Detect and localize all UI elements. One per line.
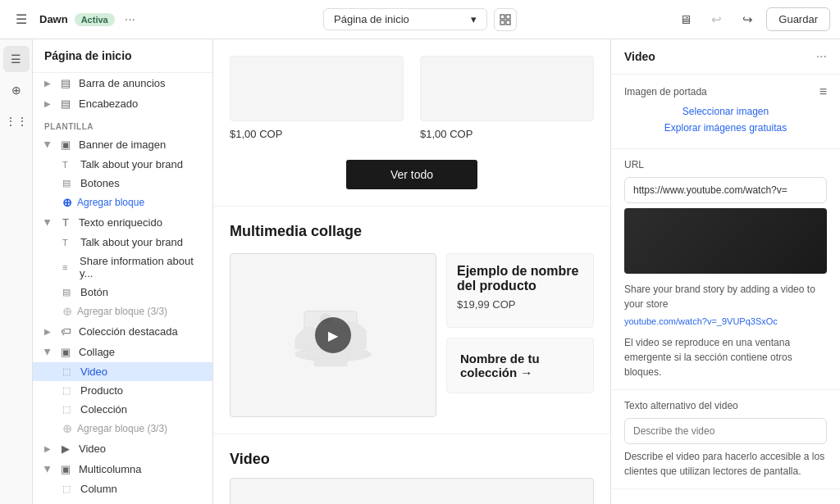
sidebar-subitem-share-info[interactable]: ≡ Share information about y... (33, 252, 212, 283)
canvas: $1,00 COP $1,00 COP Ver todo Multimedia … (213, 39, 610, 504)
video-placeholder (230, 478, 594, 504)
col1-icon: ⬚ (62, 484, 74, 494)
explore-images-btn[interactable]: Explorar imágenes gratuitas (624, 122, 827, 134)
brand-story-text: Share your brand story by adding a video… (624, 282, 827, 311)
svg-rect-3 (506, 20, 510, 25)
arrow-icon: ▶ (44, 327, 51, 336)
sidebar-item-collage[interactable]: ▶ ▣ Collage (33, 342, 212, 362)
rp-alt-text-section: Texto alternativo del video Describe el … (611, 390, 840, 489)
collage-label: Collage (79, 346, 115, 358)
sidebar-subitem-talk-brand-2[interactable]: T Talk about your brand (33, 233, 212, 252)
view-all-button[interactable]: Ver todo (346, 160, 477, 189)
share-info-label: Share information about y... (80, 255, 201, 279)
url-label-text: URL (624, 159, 644, 170)
collage-product-name: Ejemplo de nombre del producto (457, 264, 583, 293)
col-icon: ⬚ (62, 404, 74, 415)
page-selector-label: Página de inicio (334, 13, 409, 25)
video-section: Video (213, 434, 610, 504)
plus-icon: ⊕ (62, 305, 72, 318)
sidebar-subitem-col2[interactable]: ⬚ Column (33, 498, 212, 504)
arrow-icon: ▶ (43, 466, 52, 473)
media-nav-icon[interactable]: ⋮⋮ (3, 108, 30, 134)
product-card-2: $1,00 COP (420, 56, 594, 147)
sidebar-item-multicolumna[interactable]: ▶ ▣ Multicolumna (33, 459, 212, 479)
banner-icon: ▣ (59, 138, 72, 151)
sidebar-item-barra-anuncios[interactable]: ▶ ▤ Barra de anuncios (33, 73, 212, 93)
col1-label: Column (80, 483, 117, 495)
undo-icon[interactable]: ↩ (704, 7, 728, 32)
arrow-icon: ▶ (44, 444, 51, 453)
apps-nav-icon[interactable]: ⊕ (3, 77, 30, 103)
active-badge: Activa (75, 13, 115, 26)
plus-icon: ⊕ (62, 422, 72, 435)
left-sidebar: ☰ ⊕ ⋮⋮ Página de inicio ▶ ▤ Barra de anu… (0, 39, 213, 504)
sidebar-subitem-talk-brand-1[interactable]: T Talk about your brand (33, 155, 212, 174)
hamburger-icon[interactable]: ☰ (10, 8, 33, 31)
multimedia-collage-section: Multimedia collage ▶ (213, 207, 610, 434)
grid-view-icon[interactable] (494, 8, 517, 31)
sidebar-item-banner[interactable]: ▶ ▣ Banner de imagen (33, 134, 212, 155)
sidebar-item-texto[interactable]: ▶ T Texto enriquecido (33, 212, 212, 233)
redo-icon[interactable]: ↪ (735, 7, 760, 32)
encabezado-label: Encabezado (79, 98, 138, 110)
right-panel: Video ··· Imagen de portada ≡ Selecciona… (610, 39, 840, 504)
add-block-2-label: Agregar bloque (3/3) (77, 306, 167, 317)
add-block-1-label: Agregar bloque (77, 197, 144, 208)
video-icon: ▶ (59, 443, 72, 455)
plus-icon: ⊕ (62, 196, 72, 209)
page-selector[interactable]: Página de inicio ▾ (323, 8, 487, 30)
desktop-view-icon[interactable]: 🖥 (673, 7, 697, 32)
url-input[interactable] (624, 177, 827, 203)
sidebar-subitem-col1[interactable]: ⬚ Column (33, 479, 212, 498)
select-image-btn[interactable]: Seleccionar imagen (624, 106, 827, 117)
sidebar-subitem-video[interactable]: ⬚ Video (33, 362, 212, 381)
arrow-icon: ▶ (43, 349, 52, 356)
sidebar-title: Página de inicio (44, 49, 132, 62)
text-icon: T (62, 160, 74, 170)
rp-title: Video (624, 50, 655, 63)
sidebar-item-coleccion-destacada[interactable]: ▶ 🏷 Colección destacada (33, 321, 212, 342)
video-thumb-inner (624, 208, 827, 274)
arrow-icon: ▶ (44, 99, 51, 108)
alt-text-input[interactable] (624, 418, 827, 444)
collage-product: Ejemplo de nombre del producto $19,99 CO… (446, 253, 594, 328)
add-block-2-btn[interactable]: ⊕ Agregar bloque (3/3) (33, 302, 212, 321)
producto-label: Producto (80, 384, 123, 397)
collection-link[interactable]: Nombre de tu colección → (446, 338, 594, 393)
product-card-1: $1,00 COP (230, 56, 404, 147)
sidebar-subitem-botones[interactable]: ▤ Botones (33, 174, 212, 193)
collage-icon: ▣ (59, 346, 72, 358)
multicolumna-label: Multicolumna (79, 463, 142, 475)
sidebar-subitem-coleccion[interactable]: ⬚ Colección (33, 400, 212, 419)
video-label: Video (79, 443, 106, 455)
play-button[interactable]: ▶ (315, 317, 351, 353)
text2-icon: T (62, 238, 74, 247)
cover-list-icon: ≡ (819, 84, 827, 99)
sidebar-item-encabezado[interactable]: ▶ ▤ Encabezado (33, 93, 212, 114)
collage-title: Multimedia collage (230, 223, 594, 240)
svg-rect-1 (506, 15, 510, 19)
alt-desc: Describe el video para hacerlo accesible… (624, 449, 827, 479)
sidebar-subitem-producto[interactable]: ⬚ Producto (33, 381, 212, 400)
topbar-more-icon[interactable]: ··· (121, 9, 139, 30)
coleccion-destacada-label: Colección destacada (79, 325, 178, 338)
sections-nav-icon[interactable]: ☰ (3, 46, 30, 72)
alt-label-text: Texto alternativo del video (624, 400, 738, 411)
rp-url-section: URL Share your brand story by adding a v… (611, 149, 840, 390)
multi-icon: ▣ (59, 463, 72, 475)
boton-label: Botón (80, 286, 108, 298)
topbar-left: ☰ Dawn Activa ··· (10, 8, 174, 31)
sidebar-subitem-boton[interactable]: ▤ Botón (33, 283, 212, 302)
save-button[interactable]: Guardar (766, 7, 830, 31)
list-icon: ≡ (62, 262, 73, 272)
collage-video-block[interactable]: ▶ (230, 253, 436, 417)
add-block-3-btn[interactable]: ⊕ Agregar bloque (3/3) (33, 419, 212, 438)
encabezado-icon: ▤ (59, 98, 72, 110)
talk-brand-2-label: Talk about your brand (80, 236, 183, 248)
texto-label: Texto enriquecido (79, 216, 162, 229)
canvas-inner: $1,00 COP $1,00 COP Ver todo Multimedia … (213, 39, 610, 504)
rp-more-icon[interactable]: ··· (816, 49, 827, 64)
rp-url-label: URL (624, 159, 827, 170)
add-block-1-btn[interactable]: ⊕ Agregar bloque (33, 193, 212, 212)
sidebar-item-video[interactable]: ▶ ▶ Video (33, 438, 212, 459)
